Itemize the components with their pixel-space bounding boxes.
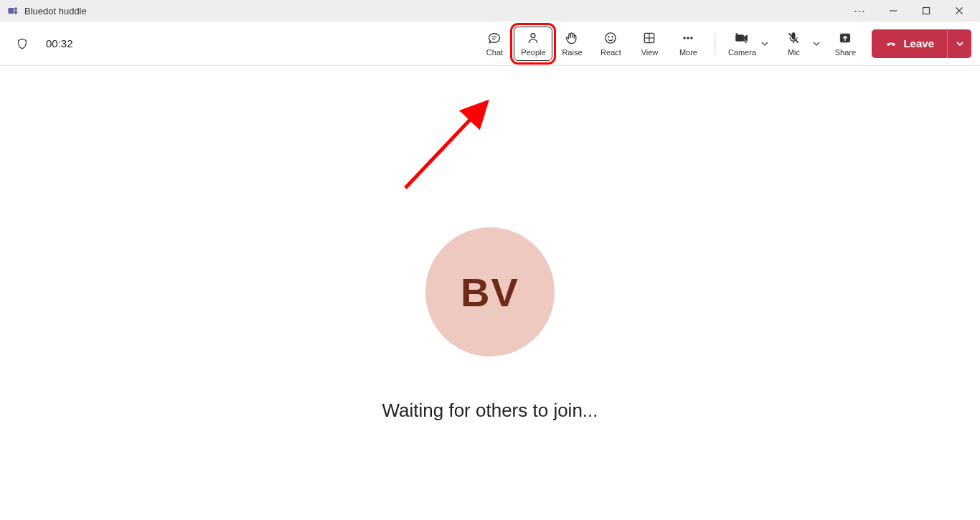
mic-off-icon [786, 30, 801, 46]
share-icon [837, 30, 853, 46]
toolbar-divider [715, 33, 715, 55]
svg-rect-0 [8, 8, 14, 14]
annotation-arrow [398, 95, 499, 195]
meeting-stage: BV Waiting for others to join... [0, 66, 980, 520]
svg-line-24 [405, 105, 484, 188]
leave-button[interactable]: Leave [872, 29, 947, 58]
chat-icon [486, 30, 502, 46]
svg-point-12 [612, 37, 613, 38]
more-icon [680, 30, 696, 46]
chat-label: Chat [486, 48, 503, 57]
svg-point-17 [687, 37, 689, 39]
view-button[interactable]: View [630, 27, 669, 61]
window-title-bar: Bluedot huddle ⋯ [0, 0, 980, 22]
mic-chevron[interactable] [811, 39, 821, 48]
camera-chevron[interactable] [760, 39, 770, 48]
share-label: Share [835, 48, 856, 57]
window-more-button[interactable]: ⋯ [844, 0, 877, 22]
more-button[interactable]: More [669, 27, 707, 61]
avatar-initials: BV [461, 269, 519, 316]
chat-button[interactable]: Chat [475, 27, 514, 61]
raise-hand-icon [564, 30, 580, 46]
raise-hand-button[interactable]: Raise [552, 27, 591, 61]
mic-button[interactable]: Mic [774, 27, 813, 61]
people-icon [525, 30, 541, 46]
meeting-toolbar: 00:32 Chat People Raise [0, 22, 980, 66]
call-timer: 00:32 [46, 37, 73, 49]
people-button[interactable]: People [514, 27, 552, 61]
camera-off-icon [734, 30, 750, 46]
svg-point-9 [532, 34, 536, 38]
shield-icon[interactable] [16, 37, 29, 50]
people-label: People [521, 48, 545, 57]
window-title: Bluedot huddle [24, 6, 87, 16]
participant-avatar: BV [425, 227, 555, 356]
waiting-text: Waiting for others to join... [382, 400, 598, 422]
svg-rect-4 [923, 8, 930, 14]
leave-chevron[interactable] [947, 29, 971, 58]
window-maximize-button[interactable] [910, 0, 943, 22]
svg-point-1 [14, 7, 17, 10]
react-button[interactable]: React [591, 27, 630, 61]
camera-label: Camera [728, 48, 756, 57]
svg-point-16 [684, 37, 686, 39]
svg-point-10 [606, 33, 616, 43]
camera-button[interactable]: Camera [722, 27, 761, 61]
svg-rect-2 [14, 10, 17, 14]
view-icon [641, 30, 657, 46]
react-label: React [600, 48, 621, 57]
more-label: More [679, 48, 697, 57]
share-button[interactable]: Share [826, 27, 864, 61]
raise-label: Raise [562, 48, 582, 57]
leave-label: Leave [903, 37, 934, 49]
view-label: View [641, 48, 659, 57]
mic-label: Mic [788, 48, 800, 57]
window-close-button[interactable] [943, 0, 976, 22]
window-minimize-button[interactable] [877, 0, 910, 22]
svg-point-18 [691, 37, 693, 39]
svg-point-11 [608, 37, 610, 38]
react-icon [603, 30, 618, 46]
teams-app-icon [7, 5, 19, 16]
